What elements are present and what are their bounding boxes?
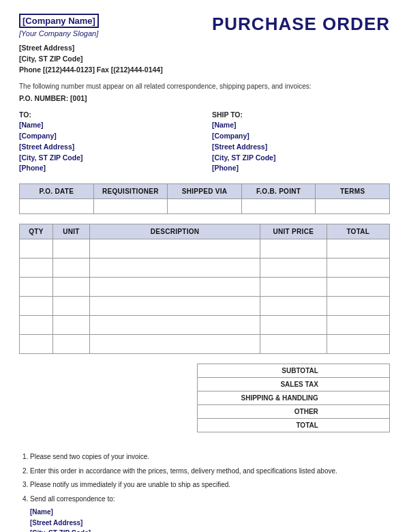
ship-to-fields: [Name] [Company] [Street Address] [City,… [212, 120, 390, 174]
item-row [20, 258, 390, 278]
po-date-cell [20, 199, 94, 214]
col-terms: TERMS [316, 184, 390, 199]
note-2: Enter this order in accordance with the … [30, 466, 390, 477]
col-po-date: P.O. DATE [20, 184, 94, 199]
terms-cell [316, 199, 390, 214]
sales-tax-label: SALES TAX [198, 378, 322, 391]
col-fob-point: F.O.B. POINT [241, 184, 316, 199]
po-info-row [20, 199, 390, 214]
footer-contact-city: [City, ST ZIP Code] [30, 528, 390, 532]
subtotal-row: SUBTOTAL [198, 364, 390, 378]
shipping-label: SHIPPING & HANDLING [198, 391, 322, 405]
footer-contact-street: [Street Address] [30, 518, 390, 529]
to-shipto-section: TO: [Name] [Company] [Street Address] [C… [19, 110, 390, 174]
col-unit-price: UNIT PRICE [260, 224, 327, 239]
po-number: P.O. NUMBER: [001] [19, 94, 390, 102]
note-3: Please notify us immediately if you are … [30, 479, 390, 490]
fob-point-cell [241, 199, 316, 214]
col-requisitioner: REQUISITIONER [93, 184, 168, 199]
phone-fax: Phone [(212)444-0123] Fax [(212)444-0144… [19, 65, 163, 76]
requisitioner-cell [93, 199, 168, 214]
street-address: [Street Address] [19, 43, 163, 54]
purchase-order-title: PURCHASE ORDER [212, 14, 390, 35]
item-row [20, 239, 390, 258]
col-qty: QTY [20, 224, 53, 239]
page-header: [Company Name] [Your Company Slogan] [St… [19, 14, 390, 75]
to-name: [Name] [Company] [Street Address] [City,… [19, 120, 197, 174]
sales-tax-row: SALES TAX [198, 378, 390, 391]
item-row [20, 335, 390, 354]
ship-to-label: SHIP TO: [212, 110, 390, 119]
summary-table: SUBTOTAL SALES TAX SHIPPING & HANDLING O… [197, 364, 390, 432]
ship-to-block: SHIP TO: [Name] [Company] [Street Addres… [212, 110, 390, 174]
item-row [20, 278, 390, 297]
notice-text: The following number must appear on all … [19, 82, 390, 91]
company-block: [Company Name] [Your Company Slogan] [St… [19, 14, 163, 75]
other-row: OTHER [198, 405, 390, 419]
col-description: DESCRIPTION [90, 224, 260, 239]
item-row [20, 316, 390, 335]
to-label: TO: [19, 110, 197, 119]
col-total: TOTAL [327, 224, 389, 239]
company-name: [Company Name] [19, 14, 99, 28]
city-state-zip: [City, ST ZIP Code] [19, 54, 163, 65]
summary-section: SUBTOTAL SALES TAX SHIPPING & HANDLING O… [19, 364, 390, 442]
shipped-via-cell [168, 199, 242, 214]
total-value [322, 419, 390, 432]
col-shipped-via: SHIPPED VIA [168, 184, 242, 199]
company-slogan: [Your Company Slogan] [19, 29, 163, 38]
total-row: TOTAL [198, 419, 390, 432]
item-row [20, 297, 390, 316]
sales-tax-value [322, 378, 390, 391]
other-label: OTHER [198, 405, 322, 419]
note-4: Send all correspondence to: [Name] [Stre… [30, 494, 390, 533]
po-info-table: P.O. DATE REQUISITIONER SHIPPED VIA F.O.… [19, 183, 390, 214]
footer-contact: [Name] [Street Address] [City, ST ZIP Co… [30, 507, 390, 532]
shipping-row: SHIPPING & HANDLING [198, 391, 390, 405]
total-label: TOTAL [198, 419, 322, 432]
footer-notes: Please send two copies of your invoice. … [19, 452, 390, 532]
note-1: Please send two copies of your invoice. [30, 452, 390, 462]
footer-contact-name: [Name] [30, 507, 390, 518]
company-address: [Street Address] [City, ST ZIP Code] Pho… [19, 43, 163, 75]
items-table: QTY UNIT DESCRIPTION UNIT PRICE TOTAL [19, 224, 390, 354]
col-unit: UNIT [52, 224, 89, 239]
other-value [322, 405, 390, 419]
to-block: TO: [Name] [Company] [Street Address] [C… [19, 110, 197, 174]
subtotal-value [322, 364, 390, 378]
shipping-value [322, 391, 390, 405]
subtotal-label: SUBTOTAL [198, 364, 322, 378]
